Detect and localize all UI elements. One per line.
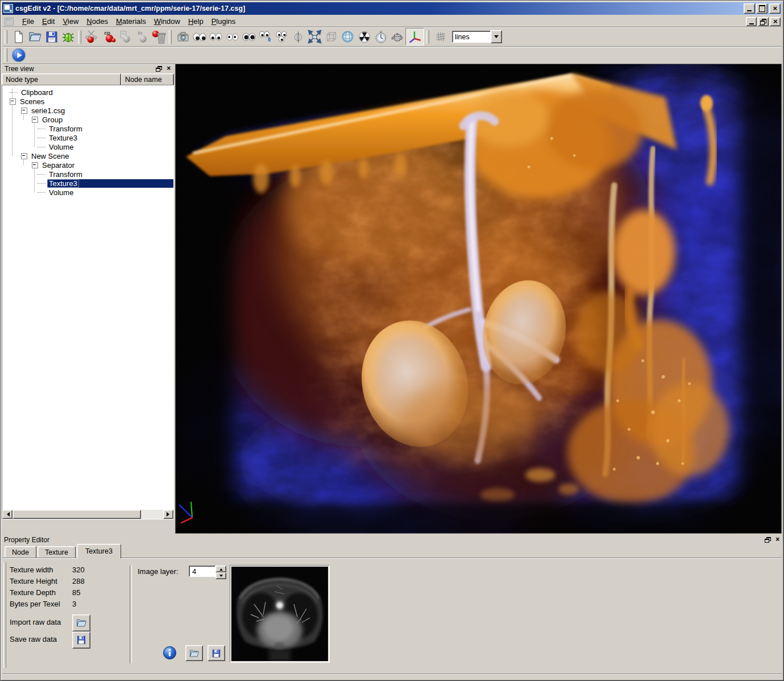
- scrollbar-thumb[interactable]: [13, 510, 141, 519]
- scroll-left-button[interactable]: [2, 510, 13, 519]
- tab-node[interactable]: Node: [5, 546, 36, 559]
- import-raw-data-button[interactable]: [72, 614, 90, 632]
- preview-save-button[interactable]: [208, 645, 225, 661]
- tree-row-transform2[interactable]: Transform: [2, 170, 173, 179]
- tree-horizontal-scrollbar[interactable]: [2, 510, 174, 519]
- tree-row-volume2[interactable]: Volume: [2, 188, 173, 197]
- menu-file[interactable]: File: [18, 15, 38, 28]
- teapot-button[interactable]: [389, 28, 405, 45]
- view-all-arrows-button[interactable]: [306, 28, 323, 45]
- selection-highlight: [79, 179, 173, 188]
- close-button[interactable]: ×: [769, 3, 781, 14]
- menu-view[interactable]: View: [59, 15, 82, 28]
- eyes-droplet-button[interactable]: [257, 28, 273, 45]
- bytes-per-texel-label: Bytes per Texel: [10, 600, 60, 608]
- column-header-node-type[interactable]: Node type: [2, 73, 121, 86]
- tree-view-float-button[interactable]: [154, 65, 163, 72]
- tree-row-new-scene[interactable]: New Scene: [2, 151, 173, 160]
- image-layer-preview: [230, 565, 330, 663]
- wireframe-cube-button[interactable]: [323, 28, 339, 45]
- info-button[interactable]: [162, 645, 177, 660]
- volume-render-viewport[interactable]: [175, 64, 782, 534]
- toolbar-handle[interactable]: [5, 30, 7, 44]
- collapse-minus-icon[interactable]: [10, 98, 16, 105]
- tab-texture[interactable]: Texture: [38, 546, 76, 559]
- axes-button[interactable]: [405, 28, 424, 46]
- menu-help[interactable]: Help: [184, 15, 208, 28]
- toolbar-handle[interactable]: [5, 48, 7, 62]
- collapse-minus-icon[interactable]: [32, 162, 38, 168]
- menu-edit[interactable]: Edit: [38, 15, 59, 28]
- tab-texture3[interactable]: Texture3: [77, 544, 121, 559]
- draw-style-value[interactable]: lines: [452, 31, 491, 43]
- radioactive-button[interactable]: [356, 28, 372, 45]
- combo-dropdown-button[interactable]: [491, 30, 502, 43]
- mdi-minimize-icon: [749, 23, 754, 24]
- property-editor-close-button[interactable]: ×: [773, 536, 782, 543]
- delete-button[interactable]: [150, 28, 167, 45]
- menu-materials[interactable]: Materials: [112, 15, 150, 28]
- collapse-minus-icon[interactable]: [21, 153, 27, 159]
- svg-text:In: In: [138, 30, 143, 36]
- spin-down-button[interactable]: [215, 572, 226, 579]
- paste-button[interactable]: [117, 28, 134, 45]
- mdi-minimize-button[interactable]: [746, 17, 757, 26]
- scroll-right-button[interactable]: [163, 510, 173, 519]
- new-document-button[interactable]: [10, 28, 27, 45]
- column-header-node-name[interactable]: Node name: [121, 73, 174, 86]
- snapshot-camera-button[interactable]: [175, 28, 191, 45]
- mdi-system-menu-icon[interactable]: [5, 18, 14, 26]
- collapse-minus-icon[interactable]: [21, 108, 27, 114]
- seek-sphere-button[interactable]: [290, 28, 306, 45]
- examine-eyes-4-button[interactable]: [240, 28, 257, 45]
- tree-row-group[interactable]: Group: [2, 115, 173, 124]
- maximize-button[interactable]: [756, 3, 768, 14]
- save-file-button[interactable]: [43, 28, 60, 45]
- maximize-icon: [759, 5, 765, 12]
- toolbar-handle[interactable]: [169, 30, 172, 44]
- examine-eyes-2-button[interactable]: [208, 28, 224, 45]
- tree-row-texture3[interactable]: Texture3: [2, 133, 173, 142]
- open-file-button[interactable]: [27, 28, 43, 45]
- image-layer-value[interactable]: 4: [189, 566, 215, 577]
- copy-button[interactable]: cp: [101, 28, 117, 45]
- property-editor-float-button[interactable]: [763, 536, 771, 543]
- tree-row-texture3-selected[interactable]: Texture3: [2, 179, 173, 188]
- cut-button[interactable]: [84, 28, 101, 45]
- wire-sphere-button[interactable]: [339, 28, 356, 45]
- image-layer-spinner[interactable]: 4: [189, 566, 226, 579]
- tree-row-scenes[interactable]: Scenes: [2, 97, 173, 106]
- tree-label: Separator: [40, 161, 76, 170]
- toolbar-handle[interactable]: [426, 30, 429, 44]
- mdi-restore-button[interactable]: [758, 17, 769, 26]
- mdi-close-button[interactable]: ×: [770, 17, 781, 26]
- tree-row-serie1csg[interactable]: serie1.csg: [2, 106, 173, 115]
- menu-plugins[interactable]: Plugins: [208, 15, 240, 28]
- save-raw-data-button[interactable]: [72, 632, 90, 649]
- menu-window[interactable]: Window: [150, 15, 184, 28]
- tree-row-separator[interactable]: Separator: [2, 160, 173, 170]
- spin-up-button[interactable]: [215, 566, 226, 572]
- examine-eyes-1-button[interactable]: [191, 28, 208, 45]
- draw-style-combo[interactable]: lines: [452, 31, 502, 43]
- tree-row-volume[interactable]: Volume: [2, 142, 173, 151]
- eyes-group-button[interactable]: [273, 28, 290, 45]
- bug-button[interactable]: [60, 28, 76, 45]
- tree-label: Texture3: [47, 179, 79, 188]
- scrollbar-track[interactable]: [141, 510, 163, 519]
- play-button[interactable]: [10, 47, 27, 64]
- paste-into-button[interactable]: In: [134, 28, 150, 45]
- tree-label: Group: [40, 115, 64, 124]
- preview-open-button[interactable]: [185, 645, 203, 661]
- grid-pattern-icon[interactable]: [432, 28, 449, 45]
- examine-eyes-3-button[interactable]: [224, 28, 240, 45]
- minimize-button[interactable]: [744, 3, 755, 14]
- tree-view-close-button[interactable]: ×: [164, 65, 173, 72]
- menu-nodes[interactable]: Nodes: [82, 15, 112, 28]
- stopwatch-button[interactable]: [372, 28, 389, 45]
- tree-row-clipboard[interactable]: Clipboard: [2, 88, 173, 97]
- tree-row-transform[interactable]: Transform: [2, 124, 173, 133]
- panel-handle[interactable]: [3, 562, 6, 668]
- toolbar-handle[interactable]: [78, 30, 81, 44]
- collapse-minus-icon[interactable]: [32, 117, 38, 123]
